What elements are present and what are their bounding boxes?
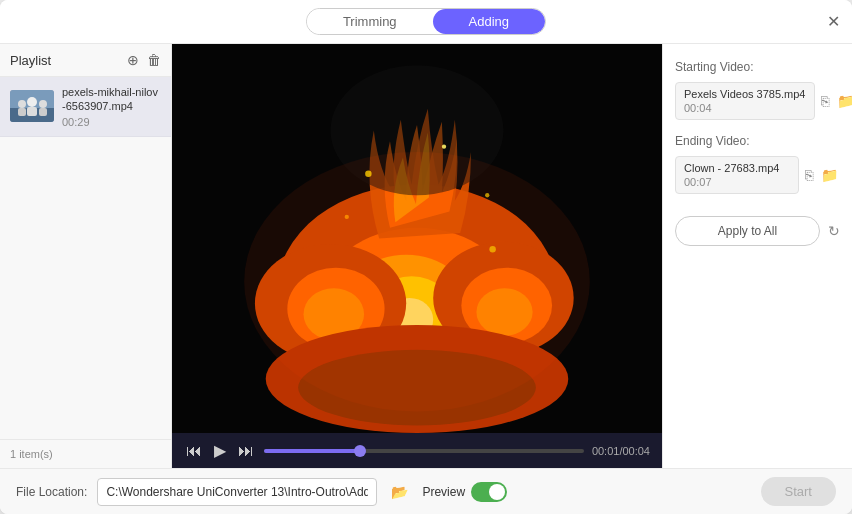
add-playlist-button[interactable]: ⊕ bbox=[127, 52, 139, 68]
svg-point-2 bbox=[18, 100, 26, 108]
starting-video-row: Pexels Videos 3785.mp4 00:04 ⎘ 📁 bbox=[675, 82, 840, 120]
prev-button[interactable]: ⏮ bbox=[184, 442, 204, 460]
playlist-icons: ⊕ 🗑 bbox=[127, 52, 161, 68]
right-panel: Starting Video: Pexels Videos 3785.mp4 0… bbox=[662, 44, 852, 468]
progress-thumb bbox=[354, 445, 366, 457]
ending-video-box: Clown - 27683.mp4 00:07 bbox=[675, 156, 799, 194]
ending-video-folder-button[interactable]: 📁 bbox=[819, 165, 840, 185]
svg-point-26 bbox=[485, 193, 489, 197]
toggle-knob bbox=[489, 484, 505, 500]
playback-controls: ⏮ ▶ ⏭ 00:01/00:04 bbox=[172, 433, 662, 468]
file-location-input[interactable] bbox=[97, 478, 377, 506]
tab-group: Trimming Adding bbox=[306, 8, 546, 35]
svg-point-24 bbox=[365, 170, 371, 176]
playlist-item-name: pexels-mikhail-nilov-6563907.mp4 bbox=[62, 85, 161, 114]
bottom-bar: File Location: 📂 Preview Start bbox=[0, 468, 852, 514]
svg-point-4 bbox=[27, 97, 37, 107]
svg-point-23 bbox=[244, 152, 590, 411]
thumbnail bbox=[10, 90, 54, 122]
starting-video-duration: 00:04 bbox=[684, 102, 806, 114]
ending-video-row: Clown - 27683.mp4 00:07 ⎘ 📁 bbox=[675, 156, 840, 194]
list-item[interactable]: pexels-mikhail-nilov-6563907.mp4 00:29 bbox=[0, 77, 171, 137]
playlist-header: Playlist ⊕ 🗑 bbox=[0, 44, 171, 77]
sidebar: Playlist ⊕ 🗑 bbox=[0, 44, 172, 468]
time-display: 00:01/00:04 bbox=[592, 445, 650, 457]
svg-point-27 bbox=[345, 215, 349, 219]
tab-adding[interactable]: Adding bbox=[433, 9, 545, 34]
playlist-title: Playlist bbox=[10, 53, 51, 68]
tab-trimming[interactable]: Trimming bbox=[307, 9, 433, 34]
preview-toggle-group: Preview bbox=[422, 482, 507, 502]
progress-bar[interactable] bbox=[264, 449, 584, 453]
svg-point-28 bbox=[489, 246, 495, 252]
svg-point-25 bbox=[442, 144, 446, 148]
apply-row: Apply to All ↻ bbox=[675, 216, 840, 246]
progress-fill bbox=[264, 449, 360, 453]
close-button[interactable]: ✕ bbox=[827, 14, 840, 30]
starting-video-name: Pexels Videos 3785.mp4 bbox=[684, 88, 806, 100]
preview-label: Preview bbox=[422, 485, 465, 499]
video-frame bbox=[172, 44, 662, 433]
ending-video-copy-button[interactable]: ⎘ bbox=[803, 165, 815, 185]
play-button[interactable]: ▶ bbox=[212, 441, 228, 460]
svg-rect-7 bbox=[39, 108, 47, 116]
delete-playlist-button[interactable]: 🗑 bbox=[147, 52, 161, 68]
starting-video-box: Pexels Videos 3785.mp4 00:04 bbox=[675, 82, 815, 120]
playlist-footer: 1 item(s) bbox=[0, 439, 171, 468]
starting-video-label: Starting Video: bbox=[675, 60, 840, 74]
starting-video-section: Starting Video: Pexels Videos 3785.mp4 0… bbox=[675, 60, 840, 120]
svg-rect-3 bbox=[18, 108, 26, 116]
video-area: ⏮ ▶ ⏭ 00:01/00:04 bbox=[172, 44, 662, 468]
playlist-item-info: pexels-mikhail-nilov-6563907.mp4 00:29 bbox=[62, 85, 161, 128]
starting-video-folder-button[interactable]: 📁 bbox=[835, 91, 853, 111]
apply-to-all-button[interactable]: Apply to All bbox=[675, 216, 820, 246]
start-button[interactable]: Start bbox=[761, 477, 836, 506]
main-window: Trimming Adding ✕ Playlist ⊕ 🗑 bbox=[0, 0, 852, 514]
refresh-button[interactable]: ↻ bbox=[828, 223, 840, 239]
svg-rect-5 bbox=[27, 107, 37, 116]
next-button[interactable]: ⏭ bbox=[236, 442, 256, 460]
ending-video-name: Clown - 27683.mp4 bbox=[684, 162, 790, 174]
browse-folder-button[interactable]: 📂 bbox=[387, 484, 412, 500]
title-bar: Trimming Adding ✕ bbox=[0, 0, 852, 44]
starting-video-copy-button[interactable]: ⎘ bbox=[819, 91, 831, 111]
main-content: Playlist ⊕ 🗑 bbox=[0, 44, 852, 468]
preview-toggle-switch[interactable] bbox=[471, 482, 507, 502]
ending-video-duration: 00:07 bbox=[684, 176, 790, 188]
ending-video-label: Ending Video: bbox=[675, 134, 840, 148]
ending-video-section: Ending Video: Clown - 27683.mp4 00:07 ⎘ … bbox=[675, 134, 840, 194]
playlist-item-duration: 00:29 bbox=[62, 116, 161, 128]
file-location-label: File Location: bbox=[16, 485, 87, 499]
svg-point-6 bbox=[39, 100, 47, 108]
